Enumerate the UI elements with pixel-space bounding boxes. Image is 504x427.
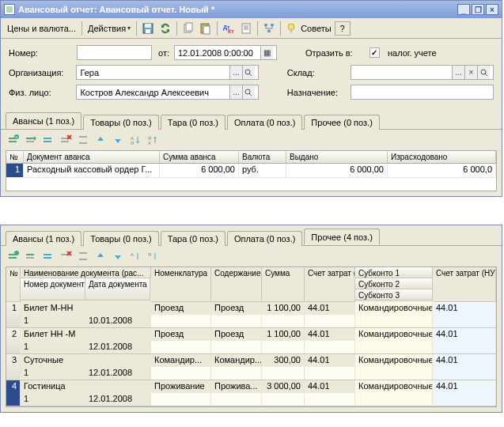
advice-button[interactable]: Советы xyxy=(283,21,334,36)
col2-sub1[interactable]: Субконто 1 xyxy=(355,267,433,278)
debit-credit-button[interactable]: ДтКт xyxy=(220,20,237,37)
number-input[interactable] xyxy=(77,45,152,60)
cell-acct-nu: 44.01 xyxy=(433,328,496,341)
col2-docdate[interactable]: Дата документа xyxy=(85,278,150,300)
tab-tare[interactable]: Тара (0 поз.) xyxy=(161,115,225,130)
col2-num[interactable]: № xyxy=(6,267,21,302)
col2-sub3[interactable]: Субконто 3 xyxy=(355,289,433,300)
col-spent[interactable]: Израсходовано xyxy=(388,151,496,163)
tab2-tare[interactable]: Тара (0 поз.) xyxy=(161,231,225,246)
close-button[interactable]: × xyxy=(486,4,498,15)
table-row[interactable]: 3 Суточные 1 12.01.2008 Командир... Кома… xyxy=(6,354,496,380)
person-open-button[interactable] xyxy=(242,85,255,99)
svg-line-23 xyxy=(249,93,252,96)
refresh-button[interactable] xyxy=(157,20,174,37)
org-open-button[interactable] xyxy=(242,66,255,79)
sort-desc-button[interactable]: Я xyxy=(145,248,161,264)
cell-acct-bu: 44.01 xyxy=(305,354,355,367)
sort-desc-button[interactable]: ЯA xyxy=(145,132,161,148)
save-button[interactable] xyxy=(139,20,157,37)
col-issued[interactable]: Выдано xyxy=(286,151,388,163)
move-down-button[interactable] xyxy=(110,248,126,264)
org-combo[interactable]: Гера ... xyxy=(76,65,258,80)
maximize-button[interactable]: ❐ xyxy=(472,4,484,15)
move-up-button[interactable] xyxy=(93,248,108,264)
person-combo[interactable]: Костров Александр Алексеевич ... xyxy=(76,85,258,100)
svg-text:A: A xyxy=(131,252,134,257)
insert-row-button[interactable] xyxy=(23,132,39,148)
cell-docdate: 12.01.2008 xyxy=(85,393,150,406)
tab-payment[interactable]: Оплата (0 поз.) xyxy=(227,115,302,130)
tab-other[interactable]: Прочее (0 поз.) xyxy=(304,115,379,130)
paste-button[interactable] xyxy=(197,20,214,37)
delete-row-button[interactable] xyxy=(58,248,74,264)
edit-row-button[interactable] xyxy=(40,248,56,264)
prices-currency-button[interactable]: Цены и валюта... xyxy=(4,22,79,35)
tab2-payment[interactable]: Оплата (0 поз.) xyxy=(227,231,302,246)
move-up-button[interactable] xyxy=(93,132,108,148)
tax-checkbox[interactable] xyxy=(369,47,380,58)
col2-docname[interactable]: Наименование документа (рас... xyxy=(21,267,151,278)
tab2-goods[interactable]: Товары (0 поз.) xyxy=(83,231,158,246)
col2-nomen[interactable]: Номенклатура xyxy=(151,267,211,302)
svg-rect-4 xyxy=(186,23,192,31)
table-row[interactable]: 4 Гостиница 1 12.01.2008 Проживание Прож… xyxy=(6,380,496,406)
org-select-button[interactable]: ... xyxy=(229,66,242,79)
insert-row-button[interactable] xyxy=(23,248,39,264)
delete-row-button[interactable] xyxy=(58,132,74,148)
col2-sum[interactable]: Сумма xyxy=(262,267,305,302)
move-first-button[interactable] xyxy=(75,248,91,264)
actions-dropdown[interactable]: Действия ▾ xyxy=(85,22,134,35)
col2-docnum[interactable]: Номер документа xyxy=(21,278,85,300)
add-row-button[interactable]: + xyxy=(6,132,21,148)
tab2-other[interactable]: Прочее (4 поз.) xyxy=(304,229,379,245)
table-row[interactable]: 1 Расходный кассовый ордер Г... 6 000,00… xyxy=(6,164,496,178)
tab-goods[interactable]: Товары (0 поз.) xyxy=(83,115,158,130)
col2-content[interactable]: Содержание xyxy=(211,267,262,302)
report-button[interactable] xyxy=(237,20,255,37)
cell-docname: Билет М-НН xyxy=(21,302,151,315)
advice-label: Советы xyxy=(301,24,331,33)
warehouse-open-button[interactable] xyxy=(477,66,490,79)
tab-advances[interactable]: Авансы (1 поз.) xyxy=(6,112,81,129)
actions-label: Действия xyxy=(88,24,126,33)
warehouse-select-button[interactable]: ... xyxy=(452,66,464,79)
warehouse-clear-button[interactable]: × xyxy=(464,66,477,79)
warehouse-combo[interactable]: ... × xyxy=(351,65,494,80)
tab2-advances[interactable]: Авансы (1 поз.) xyxy=(6,231,81,246)
col-sum[interactable]: Сумма аванса xyxy=(160,151,239,163)
structure-button[interactable] xyxy=(260,20,278,37)
minimize-button[interactable]: _ xyxy=(457,4,470,15)
cell-docdate: 12.01.2008 xyxy=(85,367,150,380)
add-row-button[interactable] xyxy=(6,248,21,264)
col-currency[interactable]: Валюта xyxy=(239,151,286,163)
cell-acct-bu: 44.01 xyxy=(305,380,355,393)
cell-nomen: Командир... xyxy=(151,354,211,367)
col2-acct-nu[interactable]: Счет затрат (НУ) xyxy=(433,267,496,302)
help-button[interactable]: ? xyxy=(335,21,351,36)
sort-asc-button[interactable]: AЯ xyxy=(127,132,143,148)
col2-sub2[interactable]: Субконто 2 xyxy=(355,278,433,289)
move-first-button[interactable] xyxy=(75,132,91,148)
edit-row-button[interactable] xyxy=(40,132,56,148)
cell-sub2 xyxy=(355,393,433,406)
svg-rect-45 xyxy=(26,254,34,255)
svg-rect-15 xyxy=(267,30,271,32)
move-down-button[interactable] xyxy=(110,132,126,148)
purpose-input[interactable] xyxy=(351,85,494,100)
col-doc[interactable]: Документ аванса xyxy=(24,151,160,163)
svg-rect-6 xyxy=(203,26,210,34)
copy-button[interactable] xyxy=(180,20,197,37)
sort-asc-button[interactable]: A xyxy=(127,248,143,264)
table-row[interactable]: 1 Билет М-НН 1 10.01.2008 Проезд Проезд … xyxy=(6,302,496,328)
date-input[interactable]: 12.01.2008 0:00:00 ▦ xyxy=(174,45,277,60)
svg-text:A: A xyxy=(148,141,151,145)
caret-down-icon: ▾ xyxy=(127,25,131,32)
cell-num: 1 xyxy=(6,302,21,327)
col2-acct-bu[interactable]: Счет затрат (БУ) xyxy=(305,267,355,302)
calendar-icon[interactable]: ▦ xyxy=(260,46,273,59)
titlebar: Авансовый отчет: Авансовый отчет. Новый … xyxy=(1,1,502,18)
col-num[interactable]: № xyxy=(6,151,24,163)
table-row[interactable]: 2 Билет НН -М 1 12.01.2008 Проезд Проезд… xyxy=(6,328,496,354)
person-select-button[interactable]: ... xyxy=(229,85,242,99)
